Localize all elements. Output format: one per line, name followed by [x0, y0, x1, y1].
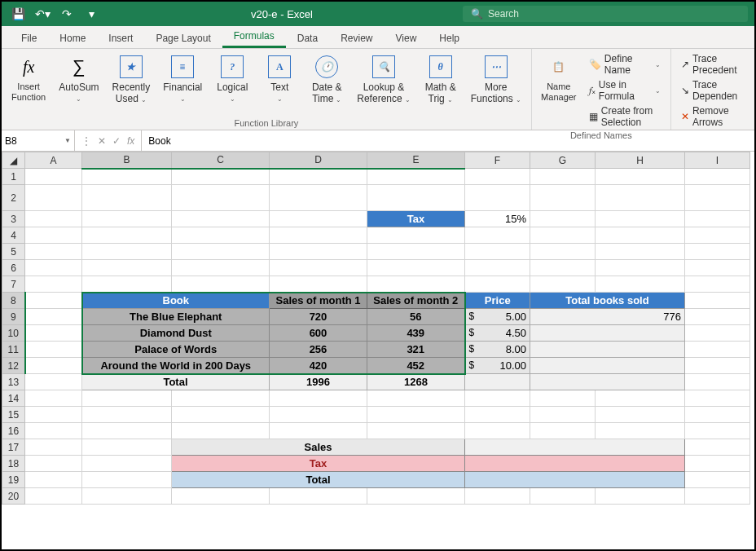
cell-E11[interactable]: 321	[367, 342, 465, 358]
col-F[interactable]: F	[465, 152, 530, 169]
cell-F17[interactable]	[465, 439, 685, 456]
financial-button[interactable]: ≡Financial⌄	[160, 52, 205, 106]
cell-E13[interactable]: 1268	[367, 374, 465, 390]
tab-formulas[interactable]: Formulas	[222, 26, 286, 48]
fx-bar-icon[interactable]: fx	[127, 135, 134, 147]
row-20[interactable]: 20	[2, 488, 25, 505]
col-I[interactable]: I	[685, 152, 750, 169]
tab-page-layout[interactable]: Page Layout	[144, 29, 222, 48]
row-17[interactable]: 17	[2, 439, 25, 456]
cell-C17[interactable]: Sales	[172, 439, 465, 456]
define-name-button[interactable]: 🏷️Define Name ⌄	[586, 52, 664, 77]
cell-D12[interactable]: 420	[270, 358, 367, 374]
mathtrig-button[interactable]: θMath & Trig ⌄	[420, 52, 461, 107]
cell-E10[interactable]: 439	[367, 325, 465, 342]
qat-customize-icon[interactable]: ▾	[81, 4, 101, 24]
cell-F11[interactable]: $8.00	[465, 342, 530, 358]
cancel-icon[interactable]: ✕	[98, 135, 106, 147]
remove-arrows-button[interactable]: ✕Remove Arrows	[678, 104, 748, 129]
col-C[interactable]: C	[172, 152, 270, 169]
cell-F12[interactable]: $10.00	[465, 358, 530, 374]
row-13[interactable]: 13	[2, 374, 25, 390]
row-11[interactable]: 11	[2, 342, 25, 358]
lookup-button[interactable]: 🔍Lookup & Reference ⌄	[354, 52, 413, 107]
row-18[interactable]: 18	[2, 456, 25, 472]
more-functions-button[interactable]: ⋯More Functions ⌄	[468, 52, 525, 107]
tab-view[interactable]: View	[385, 29, 429, 48]
cell-G10[interactable]	[530, 325, 685, 342]
save-icon[interactable]: 💾	[8, 4, 28, 24]
cell-E9[interactable]: 56	[367, 309, 465, 325]
search-box[interactable]: 🔍 Search	[463, 6, 748, 22]
row-6[interactable]: 6	[2, 260, 25, 276]
trace-dependents-button[interactable]: ↘Trace Dependen	[678, 78, 748, 103]
cell-D11[interactable]: 256	[270, 342, 367, 358]
row-5[interactable]: 5	[2, 244, 25, 260]
cell-C19[interactable]: Total	[172, 472, 465, 488]
row-16[interactable]: 16	[2, 423, 25, 439]
cell-D10[interactable]: 600	[270, 325, 367, 342]
cell-B12[interactable]: Around the World in 200 Days	[82, 358, 270, 374]
redo-icon[interactable]: ↷	[57, 4, 77, 24]
row-19[interactable]: 19	[2, 472, 25, 488]
tab-home[interactable]: Home	[48, 29, 97, 48]
text-button[interactable]: AText⌄	[259, 52, 300, 106]
tab-review[interactable]: Review	[329, 29, 384, 48]
col-D[interactable]: D	[270, 152, 367, 169]
tab-insert[interactable]: Insert	[97, 29, 144, 48]
tab-help[interactable]: Help	[428, 29, 471, 48]
row-7[interactable]: 7	[2, 276, 25, 293]
trace-precedents-button[interactable]: ↗Trace Precedent	[678, 52, 748, 77]
cell-B11[interactable]: Palace of Words	[82, 342, 270, 358]
recently-used-button[interactable]: ★Recently Used ⌄	[109, 52, 154, 107]
tab-file[interactable]: File	[10, 29, 48, 48]
formula-input[interactable]: Book	[142, 134, 754, 148]
cell-D8[interactable]: Sales of month 1	[270, 293, 367, 309]
name-box[interactable]: B8▼	[2, 130, 75, 151]
undo-icon[interactable]: ↶▾	[33, 4, 52, 24]
row-4[interactable]: 4	[2, 227, 25, 244]
datetime-button[interactable]: 🕐Date & Time ⌄	[306, 52, 347, 107]
cell-F19[interactable]	[465, 472, 685, 488]
cell-G11[interactable]	[530, 342, 685, 358]
row-8[interactable]: 8	[2, 293, 25, 309]
col-G[interactable]: G	[530, 152, 596, 169]
use-in-formula-button[interactable]: 𝑓ₓUse in Formula ⌄	[586, 78, 664, 103]
cell-F18[interactable]	[465, 456, 685, 472]
row-1[interactable]: 1	[2, 169, 25, 185]
confirm-icon[interactable]: ✓	[112, 135, 121, 147]
autosum-button[interactable]: ∑AutoSum⌄	[55, 52, 102, 106]
col-H[interactable]: H	[596, 152, 685, 169]
cell-F9[interactable]: $$ 5.005.00	[465, 309, 530, 325]
cell-F13[interactable]	[465, 374, 530, 390]
create-from-selection-button[interactable]: ▦Create from Selection	[586, 104, 664, 129]
cell-E8[interactable]: Sales of month 2	[367, 293, 465, 309]
cell-G13[interactable]	[530, 374, 685, 390]
cell-B13[interactable]: Total	[82, 374, 270, 390]
cell-C18[interactable]: Tax	[172, 456, 465, 472]
spreadsheet-grid[interactable]: ◢ A B C D E F G H I 1 2 3Tax15% 4 5 6 7 …	[2, 152, 754, 549]
cell-G12[interactable]	[530, 358, 685, 374]
insert-function-button[interactable]: fxInsert Function	[8, 52, 49, 104]
cell-B9[interactable]: The Blue Elephant	[82, 309, 270, 325]
row-9[interactable]: 9	[2, 309, 25, 325]
col-A[interactable]: A	[25, 152, 82, 169]
row-14[interactable]: 14	[2, 390, 25, 407]
col-E[interactable]: E	[367, 152, 465, 169]
cell-F10[interactable]: $4.50	[465, 325, 530, 342]
cell-E3[interactable]: Tax	[367, 211, 465, 227]
select-all-corner[interactable]: ◢	[2, 152, 25, 169]
row-15[interactable]: 15	[2, 407, 25, 423]
row-12[interactable]: 12	[2, 358, 25, 374]
row-2[interactable]: 2	[2, 185, 25, 211]
cell-F3[interactable]: 15%	[465, 211, 530, 227]
cell-F8[interactable]: Price	[465, 293, 530, 309]
cell-D9[interactable]: 720	[270, 309, 367, 325]
cell-G8[interactable]: Total books sold	[530, 293, 685, 309]
logical-button[interactable]: ?Logical⌄	[212, 52, 253, 106]
row-10[interactable]: 10	[2, 325, 25, 342]
name-manager-button[interactable]: 📋Name Manager	[538, 52, 579, 104]
cell-E12[interactable]: 452	[367, 358, 465, 374]
tab-data[interactable]: Data	[286, 29, 329, 48]
cell-B8[interactable]: Book	[82, 293, 270, 309]
